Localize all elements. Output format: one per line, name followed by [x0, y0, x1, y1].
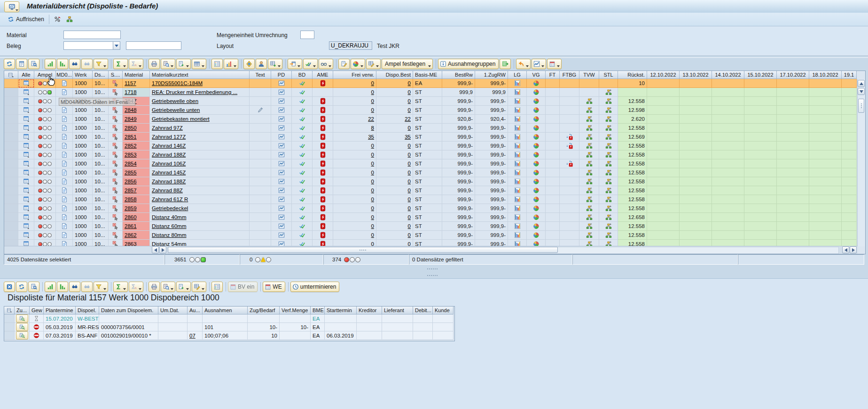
grid-cell-tvw[interactable]: [579, 142, 599, 150]
material-link[interactable]: 2860: [125, 214, 137, 220]
grid-cell-lg[interactable]: [508, 79, 527, 88]
grid-cell-md0-[interactable]: [56, 168, 73, 177]
column-header-19-1[interactable]: 19.1: [842, 71, 857, 79]
grid-cell-vg[interactable]: [527, 213, 546, 222]
grid-cell-s-[interactable]: [109, 231, 123, 240]
sum-button[interactable]: [113, 59, 128, 69]
column-header-tvw[interactable]: TVW: [579, 71, 599, 79]
material-link[interactable]: 1157: [125, 80, 136, 86]
grid-cell-lg[interactable]: [508, 115, 527, 124]
panel-splitter[interactable]: [0, 265, 868, 278]
grid-cell-s-[interactable]: [109, 186, 123, 195]
find-button[interactable]: [69, 59, 80, 69]
material-text-link[interactable]: Zahnrad 106Z: [152, 161, 186, 166]
scroll-down-button[interactable]: [858, 88, 865, 95]
grid-cell-alle[interactable]: [18, 195, 34, 204]
bv-ein-button[interactable]: BV ein: [228, 282, 258, 292]
grid-cell-bd[interactable]: [292, 204, 313, 213]
subtotal-button[interactable]: [129, 59, 143, 69]
grid-cell-md0-[interactable]: [56, 204, 73, 213]
grid-cell-vg[interactable]: [527, 133, 546, 142]
column-header-werk[interactable]: Werk: [73, 71, 93, 79]
grid-cell-vg[interactable]: [527, 186, 546, 195]
grid-cell-ame[interactable]: [313, 222, 333, 231]
column-header-text[interactable]: Text: [250, 71, 271, 79]
grid-cell-tvw[interactable]: [579, 115, 599, 124]
material-text-link[interactable]: Zahnrad 145Z: [152, 170, 186, 175]
grid-cell-s-[interactable]: [109, 159, 123, 168]
frei-verw-link[interactable]: 0: [371, 214, 374, 220]
detail-column-header-debit-[interactable]: Debit...: [413, 307, 433, 315]
grid-cell-bd[interactable]: [292, 97, 313, 106]
grid-cell-bd[interactable]: [292, 150, 313, 159]
detail-cell-gew[interactable]: [30, 315, 44, 323]
material-text-link[interactable]: Zahnrad 61Z R: [152, 197, 188, 202]
material-link[interactable]: 2853: [125, 152, 137, 157]
dispo-best-link[interactable]: 0: [408, 80, 411, 86]
material-link[interactable]: 2849: [125, 116, 137, 122]
material-text-link[interactable]: Distanz 60mm: [152, 223, 187, 229]
grid-cell-pd[interactable]: [271, 150, 292, 159]
grid-cell-lg[interactable]: [508, 97, 527, 106]
grid-cell-md0-[interactable]: [56, 124, 73, 133]
grid-cell-pd[interactable]: [271, 204, 292, 213]
material-link[interactable]: 2852: [125, 143, 137, 149]
chart-wizard-button[interactable]: [224, 59, 238, 69]
dispo-best-link[interactable]: 0: [408, 214, 411, 220]
detail-row-select-cell[interactable]: [4, 315, 15, 323]
grid-cell-tvw[interactable]: [579, 204, 599, 213]
grid-cell-ame[interactable]: [313, 177, 333, 186]
grid-cell-vg[interactable]: [527, 240, 546, 246]
row-select-cell[interactable]: [4, 177, 18, 186]
column-header-frei-verw-[interactable]: Frei verw.: [333, 71, 376, 79]
grid-cell-pd[interactable]: [271, 142, 292, 150]
grid-cell-alle[interactable]: [18, 222, 34, 231]
search-doc-button[interactable]: [28, 282, 39, 292]
grid-cell-ampel[interactable]: [34, 204, 56, 213]
print-preview-button[interactable]: [161, 282, 175, 292]
dispo-best-link[interactable]: 35: [405, 134, 411, 140]
grid-cell-tvw[interactable]: [579, 133, 599, 142]
grid-cell-ame[interactable]: [313, 195, 333, 204]
grid-cell-md0-[interactable]: [56, 115, 73, 124]
row-select-cell[interactable]: [4, 124, 18, 133]
grid-cell-md0-[interactable]: [56, 222, 73, 231]
row-select-cell[interactable]: [4, 79, 18, 88]
grid-cell-pd[interactable]: [271, 240, 292, 246]
line-chart-button[interactable]: [532, 59, 546, 69]
grid-cell-ame[interactable]: [313, 159, 333, 168]
grid-cell-vg[interactable]: [527, 159, 546, 168]
material-text-link[interactable]: Getriebedeckel: [152, 205, 188, 211]
grid-cell-pd[interactable]: [271, 106, 292, 115]
grid-cell-vg[interactable]: [527, 150, 546, 159]
grid-cell-vg[interactable]: [527, 124, 546, 133]
export-button[interactable]: [176, 282, 191, 292]
grid-cell-pd[interactable]: [271, 97, 292, 106]
grid-cell-lg[interactable]: [508, 133, 527, 142]
grid-cell-ame[interactable]: [313, 124, 333, 133]
material-text-link[interactable]: Distanz 40mm: [152, 214, 187, 220]
dispo-best-link[interactable]: 0: [408, 170, 411, 175]
print-preview-button[interactable]: [161, 59, 175, 69]
grid-cell-bd[interactable]: [292, 177, 313, 186]
scroll-up-button[interactable]: [858, 80, 865, 87]
grid-cell-bd[interactable]: [292, 186, 313, 195]
frei-verw-link[interactable]: 0: [371, 107, 374, 113]
layout-settings-button[interactable]: [211, 282, 223, 292]
find-next-button[interactable]: [81, 282, 93, 292]
grid-cell-alle[interactable]: [18, 168, 34, 177]
detail-column-header-dispoel-[interactable]: Dispoel.: [76, 307, 99, 315]
grid-corner-selector-button[interactable]: [4, 71, 18, 79]
close-button[interactable]: [4, 282, 15, 292]
column-header-md0-[interactable]: MD0...: [56, 71, 73, 79]
grid-cell-ampel[interactable]: [34, 186, 56, 195]
grid-cell-s-[interactable]: [109, 124, 123, 133]
grid-cell-s-[interactable]: [109, 106, 123, 115]
vertical-scroll-thumb[interactable]: [858, 99, 864, 113]
grid-cell-lg[interactable]: [508, 204, 527, 213]
grid-cell-s-[interactable]: [109, 240, 123, 246]
row-select-cell[interactable]: [4, 142, 18, 150]
column-header-13-10-2022[interactable]: 13.10.2022: [680, 71, 712, 79]
grid-cell-vg[interactable]: [527, 195, 546, 204]
material-text-link[interactable]: Getriebewelle unten: [152, 107, 200, 113]
